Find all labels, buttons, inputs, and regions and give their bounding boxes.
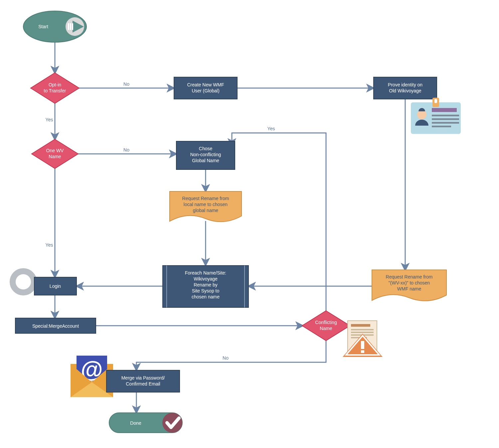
process-chose-name: Chose Non-conflicting Global Name [176, 141, 235, 169]
svg-text:"(WV-xx)" to chosen: "(WV-xx)" to chosen [389, 280, 430, 285]
svg-text:Request Rename from: Request Rename from [386, 274, 433, 280]
svg-rect-58 [361, 341, 364, 349]
decision-optin: Opt-in to Transfer [31, 73, 79, 103]
svg-text:Site Sysop to: Site Sysop to [192, 288, 220, 293]
edge-conflict-no [136, 340, 326, 370]
svg-text:Rename by: Rename by [194, 282, 218, 287]
edge-onewv-yes-label: Yes [46, 242, 53, 248]
process-foreach-rename: Foreach Name/Site: Wikivoyage Rename by … [163, 266, 249, 307]
id-card-icon [411, 98, 461, 134]
document-req-wvxx: Request Rename from "(WV-xx)" to chosen … [372, 270, 446, 301]
svg-rect-4 [72, 23, 73, 30]
start-label: Start [38, 24, 48, 29]
decision-onewv: One WV Name [32, 139, 78, 168]
svg-text:User (Global): User (Global) [192, 88, 219, 93]
edge-optin-no-label: No [123, 81, 129, 87]
svg-text:Create New WMF: Create New WMF [187, 82, 224, 87]
checkmark-icon [162, 413, 182, 433]
svg-text:Foreach Name/Site:: Foreach Name/Site: [185, 270, 227, 276]
svg-rect-59 [361, 350, 364, 353]
svg-rect-55 [351, 332, 374, 333]
svg-rect-2 [68, 23, 69, 30]
svg-text:Chose: Chose [199, 146, 213, 151]
svg-text:Special:MergeAccount: Special:MergeAccount [32, 323, 79, 329]
edge-conflict-no-label: No [223, 355, 229, 361]
play-icon [66, 17, 84, 36]
decision-conflicting-name: Conflicting Name [302, 311, 350, 341]
terminal-done: Done [109, 413, 182, 433]
done-label: Done [130, 420, 141, 426]
process-prove-identity: Prove identity on Old Wikivoyage [374, 77, 437, 99]
svg-text:Prove identity on: Prove identity on [388, 82, 422, 87]
svg-text:Request Rename from: Request Rename from [182, 196, 229, 201]
process-create-wmf: Create New WMF User (Global) [174, 77, 237, 99]
svg-text:Old Wikivoyage: Old Wikivoyage [389, 88, 421, 93]
process-merge-email: Merge via Password/ Confirmed Email [106, 370, 180, 392]
svg-rect-54 [351, 329, 374, 330]
svg-text:Name: Name [320, 326, 332, 331]
svg-text:One WV: One WV [46, 148, 64, 153]
edge-optin-yes-label: Yes [46, 117, 53, 122]
terminal-start: Start [23, 11, 86, 42]
process-login: Login [34, 277, 77, 295]
edge-conflict-yes-label: Yes [267, 126, 275, 131]
document-req-local: Request Rename from local name to chosen… [170, 191, 242, 222]
svg-text:global name: global name [193, 208, 218, 213]
svg-text:Conflicting: Conflicting [315, 320, 337, 325]
svg-rect-3 [70, 23, 71, 30]
svg-text:chosen name: chosen name [192, 294, 220, 299]
svg-text:Opt-in: Opt-in [49, 82, 61, 87]
svg-text:Login: Login [50, 283, 61, 289]
svg-text:Name: Name [49, 154, 61, 159]
svg-text:Confirmed Email: Confirmed Email [126, 381, 160, 387]
svg-text:Wikivoyage: Wikivoyage [194, 276, 218, 281]
process-merge-account: Special:MergeAccount [15, 318, 96, 333]
svg-text:local name to chosen: local name to chosen [184, 202, 228, 207]
svg-text:WMF name: WMF name [397, 286, 421, 291]
warning-document-icon [343, 321, 383, 357]
flowchart-canvas: No Yes No Yes Yes No Start Opt-in to Tra… [0, 0, 499, 448]
svg-rect-53 [351, 324, 370, 327]
svg-point-42 [13, 271, 34, 292]
svg-rect-21 [432, 118, 459, 120]
svg-text:Global Name: Global Name [192, 158, 219, 163]
svg-text:Non-conflicting: Non-conflicting [190, 152, 221, 157]
svg-rect-15 [411, 102, 461, 134]
svg-rect-19 [432, 108, 457, 112]
svg-point-18 [417, 110, 426, 119]
svg-rect-23 [432, 126, 451, 127]
svg-text:to Transfer: to Transfer [44, 88, 66, 93]
edge-onewv-no-label: No [123, 147, 129, 153]
svg-rect-20 [432, 115, 459, 116]
svg-text:Merge via Password/: Merge via Password/ [121, 375, 165, 381]
svg-rect-17 [434, 99, 437, 103]
svg-rect-22 [432, 122, 459, 124]
